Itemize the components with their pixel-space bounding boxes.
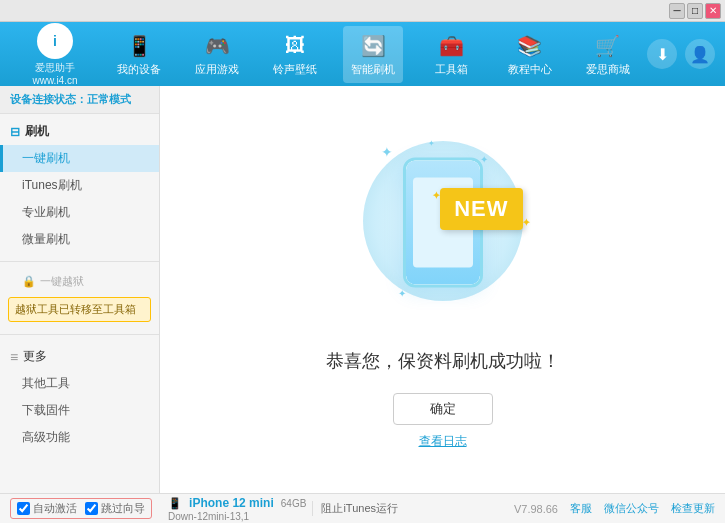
sparkle-4: ✦: [428, 139, 435, 148]
flash-section-icon: ⊟: [10, 125, 20, 139]
checkbox-group: 自动激活 跳过向导: [10, 498, 152, 519]
skip-wizard-checkbox[interactable]: 跳过向导: [85, 501, 145, 516]
toolbox-icon: 🧰: [438, 32, 466, 60]
apps-games-icon: 🎮: [203, 32, 231, 60]
download-button[interactable]: ⬇: [647, 39, 677, 69]
sidebar-item-advanced[interactable]: 高级功能: [0, 424, 159, 451]
nav-right-buttons: ⬇ 👤: [647, 39, 715, 69]
stop-itunes: 阻止iTunes运行: [312, 501, 398, 516]
divider-2: [0, 334, 159, 335]
go-back-link[interactable]: 查看日志: [419, 433, 467, 450]
nav-my-device[interactable]: 📱 我的设备: [109, 26, 169, 83]
sidebar: 设备连接状态：正常模式 ⊟ 刷机 一键刷机 iTunes刷机 专业刷机 微量刷机…: [0, 86, 160, 493]
mall-label: 爱思商城: [586, 62, 630, 77]
nav-apps-games[interactable]: 🎮 应用游戏: [187, 26, 247, 83]
sidebar-item-micro-flash[interactable]: 微量刷机: [0, 226, 159, 253]
customer-service-link[interactable]: 客服: [570, 501, 592, 516]
flash-section-header[interactable]: ⊟ 刷机: [0, 118, 159, 145]
sidebar-item-pro-flash[interactable]: 专业刷机: [0, 199, 159, 226]
new-badge: NEW: [440, 188, 522, 230]
wechat-link[interactable]: 微信公众号: [604, 501, 659, 516]
jailbreak-notice: 越狱工具已转移至工具箱: [8, 297, 151, 322]
device-info: 📱 iPhone 12 mini 64GB Down-12mini-13,1: [168, 496, 306, 522]
device-model: Down-12mini-13,1: [168, 511, 249, 522]
tutorials-label: 教程中心: [508, 62, 552, 77]
nav-smart-flash[interactable]: 🔄 智能刷机: [343, 26, 403, 83]
logo-text: 爱思助手: [35, 61, 75, 75]
new-ribbon-text: NEW: [440, 188, 522, 230]
main-area: 设备连接状态：正常模式 ⊟ 刷机 一键刷机 iTunes刷机 专业刷机 微量刷机…: [0, 86, 725, 493]
my-device-icon: 📱: [125, 32, 153, 60]
ringtones-icon: 🖼: [281, 32, 309, 60]
mall-icon: 🛒: [594, 32, 622, 60]
device-icon: 📱: [168, 497, 182, 509]
maximize-button[interactable]: □: [687, 3, 703, 19]
auto-launch-label: 自动激活: [33, 501, 77, 516]
status-label: 设备连接状态：: [10, 93, 87, 105]
skip-wizard-input[interactable]: [85, 502, 98, 515]
content-area: NEW ✦ ✦ ✦ ✦ 恭喜您，保资料刷机成功啦！ 确定 查看日志: [160, 86, 725, 493]
sidebar-item-other-tools[interactable]: 其他工具: [0, 370, 159, 397]
nav-toolbox[interactable]: 🧰 工具箱: [422, 26, 482, 83]
logo-circle: i: [37, 23, 73, 59]
logo-symbol: i: [53, 33, 57, 49]
minimize-button[interactable]: ─: [669, 3, 685, 19]
skip-wizard-label: 跳过向导: [101, 501, 145, 516]
success-illustration: NEW ✦ ✦ ✦ ✦: [343, 129, 543, 329]
ringtones-label: 铃声壁纸: [273, 62, 317, 77]
stop-itunes-label: 阻止iTunes运行: [321, 501, 398, 516]
logo: i 爱思助手 www.i4.cn: [10, 23, 100, 86]
jailbreak-locked: 🔒 一键越狱: [0, 270, 159, 293]
sidebar-item-itunes-flash[interactable]: iTunes刷机: [0, 172, 159, 199]
more-section-header[interactable]: ≡ 更多: [0, 343, 159, 370]
nav-items: 📱 我的设备 🎮 应用游戏 🖼 铃声壁纸 🔄 智能刷机 🧰 工具箱 📚 教程中心…: [100, 26, 647, 83]
title-bar: ─ □ ✕: [0, 0, 725, 22]
sidebar-more-section: ≡ 更多 其他工具 下载固件 高级功能: [0, 339, 159, 455]
confirm-button[interactable]: 确定: [393, 393, 493, 425]
device-name: iPhone 12 mini: [189, 496, 274, 510]
smart-flash-label: 智能刷机: [351, 62, 395, 77]
auto-launch-input[interactable]: [17, 502, 30, 515]
check-update-link[interactable]: 检查更新: [671, 501, 715, 516]
my-device-label: 我的设备: [117, 62, 161, 77]
sparkle-1: ✦: [381, 144, 393, 160]
more-section-icon: ≡: [10, 349, 18, 365]
version-text: V7.98.66: [514, 503, 558, 515]
status-value: 正常模式: [87, 93, 131, 105]
top-navigation: i 爱思助手 www.i4.cn 📱 我的设备 🎮 应用游戏 🖼 铃声壁纸 🔄 …: [0, 22, 725, 86]
toolbox-label: 工具箱: [435, 62, 468, 77]
nav-mall[interactable]: 🛒 爱思商城: [578, 26, 638, 83]
more-section-label: 更多: [23, 348, 47, 365]
sidebar-jailbreak-section: 🔒 一键越狱 越狱工具已转移至工具箱: [0, 266, 159, 330]
close-button[interactable]: ✕: [705, 3, 721, 19]
sidebar-status: 设备连接状态：正常模式: [0, 86, 159, 114]
auto-launch-checkbox[interactable]: 自动激活: [17, 501, 77, 516]
bottom-right: V7.98.66 客服 微信公众号 检查更新: [514, 501, 715, 516]
sidebar-item-download-firmware[interactable]: 下载固件: [0, 397, 159, 424]
nav-tutorials[interactable]: 📚 教程中心: [500, 26, 560, 83]
user-button[interactable]: 👤: [685, 39, 715, 69]
lock-icon: 🔒: [22, 275, 36, 288]
divider-1: [0, 261, 159, 262]
sidebar-item-one-click-flash[interactable]: 一键刷机: [0, 145, 159, 172]
logo-url: www.i4.cn: [32, 75, 77, 86]
sidebar-flash-section: ⊟ 刷机 一键刷机 iTunes刷机 专业刷机 微量刷机: [0, 114, 159, 257]
sparkle-3: ✦: [398, 288, 406, 299]
device-storage: 64GB: [281, 498, 307, 509]
success-title: 恭喜您，保资料刷机成功啦！: [326, 349, 560, 373]
bottom-bar: 自动激活 跳过向导 📱 iPhone 12 mini 64GB Down-12m…: [0, 493, 725, 523]
bottom-left: 自动激活 跳过向导 📱 iPhone 12 mini 64GB Down-12m…: [10, 496, 514, 522]
smart-flash-icon: 🔄: [359, 32, 387, 60]
apps-games-label: 应用游戏: [195, 62, 239, 77]
tutorials-icon: 📚: [516, 32, 544, 60]
jailbreak-label: 一键越狱: [40, 274, 84, 289]
nav-ringtones[interactable]: 🖼 铃声壁纸: [265, 26, 325, 83]
flash-section-label: 刷机: [25, 123, 49, 140]
